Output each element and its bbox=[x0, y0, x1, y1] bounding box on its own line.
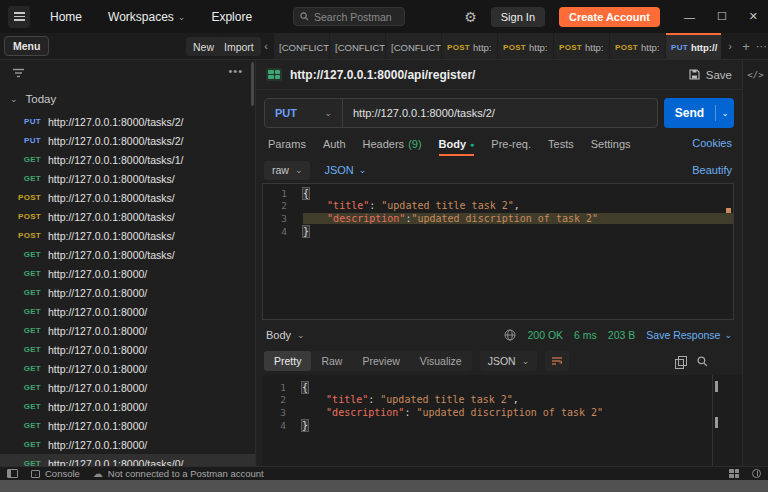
history-group-today[interactable]: ⌄ Today bbox=[0, 90, 56, 108]
request-tab[interactable]: POSThttp: bbox=[610, 33, 665, 59]
status-code[interactable]: 200 OK bbox=[527, 329, 563, 341]
add-tab-icon[interactable]: + bbox=[738, 33, 754, 59]
response-format-dropdown[interactable]: JSON ⌄ bbox=[480, 351, 538, 371]
response-body-viewer[interactable]: 1{2 "title": "updated title task 2",3 "d… bbox=[262, 375, 742, 466]
wrap-lines-button[interactable] bbox=[545, 351, 569, 371]
history-item[interactable]: GEThttp://127.0.0.1:8000/tasks/ bbox=[0, 169, 255, 188]
trash-icon[interactable] bbox=[752, 469, 761, 478]
minimize-icon[interactable]: — bbox=[684, 11, 695, 23]
request-tab[interactable]: POSThttp: bbox=[498, 33, 553, 59]
nav-explore[interactable]: Explore bbox=[211, 10, 252, 24]
copy-icon[interactable] bbox=[675, 356, 685, 367]
nav-home[interactable]: Home bbox=[50, 10, 82, 24]
scroll-tabs-right-icon[interactable]: › bbox=[722, 33, 738, 59]
view-pretty[interactable]: Pretty bbox=[264, 351, 311, 371]
response-format-value: JSON bbox=[488, 355, 516, 367]
code-line[interactable]: 1{ bbox=[263, 187, 733, 200]
history-item[interactable]: GEThttp://127.0.0.1:8000/ bbox=[0, 378, 255, 397]
history-item[interactable]: PUThttp://127.0.0.1:8000/tasks/2/ bbox=[0, 112, 255, 131]
view-raw[interactable]: Raw bbox=[311, 351, 352, 371]
request-tab[interactable]: [CONFLICT bbox=[330, 33, 385, 59]
search-response-icon[interactable] bbox=[697, 356, 708, 367]
sidebar-scrollbar[interactable] bbox=[251, 62, 254, 106]
history-item[interactable]: GEThttp://127.0.0.1:8000/ bbox=[0, 435, 255, 454]
history-item[interactable]: GEThttp://127.0.0.1:8000/ bbox=[0, 340, 255, 359]
nav-workspaces[interactable]: Workspaces bbox=[108, 10, 174, 24]
history-item[interactable]: GEThttp://127.0.0.1:8000/tasks/ bbox=[0, 245, 255, 264]
modified-dot-icon: ● bbox=[470, 141, 474, 148]
scroll-tabs-left-icon[interactable]: ‹ bbox=[258, 33, 274, 59]
sign-in-button[interactable]: Sign In bbox=[491, 7, 545, 27]
response-time[interactable]: 6 ms bbox=[574, 329, 597, 341]
history-item[interactable]: GEThttp://127.0.0.1:8000/tasks/0/ bbox=[0, 454, 255, 466]
tab-tests[interactable]: Tests bbox=[548, 132, 574, 156]
request-tab[interactable]: [CONFLICT bbox=[274, 33, 329, 59]
history-item[interactable]: GEThttp://127.0.0.1:8000/ bbox=[0, 264, 255, 283]
toggle-sidebar-icon[interactable] bbox=[7, 469, 18, 478]
request-tab[interactable]: POSThttp: bbox=[442, 33, 497, 59]
history-item[interactable]: GEThttp://127.0.0.1:8000/ bbox=[0, 283, 255, 302]
history-item[interactable]: GEThttp://127.0.0.1:8000/ bbox=[0, 321, 255, 340]
filter-icon[interactable] bbox=[12, 68, 25, 79]
request-body-editor[interactable]: 1{2 "title": "updated title task 2",3 "d… bbox=[262, 183, 734, 320]
history-item[interactable]: POSThttp://127.0.0.1:8000/tasks/ bbox=[0, 226, 255, 245]
history-item[interactable]: PUThttp://127.0.0.1:8000/tasks/2/ bbox=[0, 131, 255, 150]
response-header: Body ⌄ 200 OK 6 ms 203 B Save Response ⌄ bbox=[256, 322, 742, 348]
new-button[interactable]: New bbox=[186, 37, 221, 56]
cookies-link[interactable]: Cookies bbox=[692, 137, 732, 149]
search-input[interactable] bbox=[314, 11, 394, 23]
create-account-button[interactable]: Create Account bbox=[559, 7, 660, 27]
console-button[interactable]: › Console bbox=[31, 468, 80, 479]
request-tab[interactable]: [CONFLICT bbox=[386, 33, 441, 59]
url-input[interactable]: http://127.0.0.1:8000/tasks/2/ bbox=[343, 107, 657, 119]
headers-count-badge: (9) bbox=[408, 138, 421, 150]
send-button[interactable]: Send ⌄ bbox=[664, 98, 734, 128]
body-format-dropdown[interactable]: JSON ⌄ bbox=[324, 164, 366, 176]
code-line[interactable]: 4} bbox=[262, 419, 742, 432]
request-tab[interactable]: PUThttp:// bbox=[666, 33, 721, 59]
history-item[interactable]: POSThttp://127.0.0.1:8000/tasks/ bbox=[0, 188, 255, 207]
view-preview[interactable]: Preview bbox=[352, 351, 409, 371]
code-line[interactable]: 1{ bbox=[262, 381, 742, 394]
close-icon[interactable]: ✕ bbox=[749, 10, 758, 23]
request-tab[interactable]: POSThttp: bbox=[554, 33, 609, 59]
tab-auth[interactable]: Auth bbox=[323, 132, 346, 156]
runner-icon[interactable] bbox=[729, 469, 739, 478]
view-visualize[interactable]: Visualize bbox=[410, 351, 472, 371]
code-line[interactable]: 2 "title": "updated title task 2", bbox=[263, 200, 733, 213]
history-item[interactable]: GEThttp://127.0.0.1:8000/tasks/1/ bbox=[0, 150, 255, 169]
history-item[interactable]: GEThttp://127.0.0.1:8000/ bbox=[0, 397, 255, 416]
code-line[interactable]: 3 "description": "updated discription of… bbox=[262, 406, 742, 419]
gear-icon[interactable]: ⚙ bbox=[464, 10, 477, 24]
history-item[interactable]: GEThttp://127.0.0.1:8000/ bbox=[0, 359, 255, 378]
beautify-link[interactable]: Beautify bbox=[692, 164, 732, 176]
tab-body[interactable]: Body ● bbox=[439, 132, 475, 156]
search-box[interactable] bbox=[293, 7, 405, 26]
globe-icon[interactable] bbox=[504, 329, 516, 341]
tab-headers[interactable]: Headers (9) bbox=[363, 132, 422, 156]
tab-params[interactable]: Params bbox=[268, 132, 306, 156]
maximize-icon[interactable]: ☐ bbox=[717, 10, 727, 23]
tab-settings[interactable]: Settings bbox=[591, 132, 631, 156]
history-item[interactable]: GEThttp://127.0.0.1:8000/ bbox=[0, 416, 255, 435]
method-dropdown[interactable]: PUT ⌄ bbox=[265, 99, 343, 127]
tab-prereq[interactable]: Pre-req. bbox=[491, 132, 531, 156]
tab-options-icon[interactable]: ⋯ bbox=[754, 33, 768, 59]
response-body-dropdown[interactable]: Body ⌄ bbox=[266, 329, 305, 341]
save-response-button[interactable]: Save Response ⌄ bbox=[646, 329, 732, 341]
sidebar-more-icon[interactable]: ••• bbox=[228, 65, 243, 77]
history-item[interactable]: POSThttp://127.0.0.1:8000/tasks/ bbox=[0, 207, 255, 226]
code-line[interactable]: 4} bbox=[263, 225, 733, 238]
response-size[interactable]: 203 B bbox=[608, 329, 635, 341]
code-line[interactable]: 2 "title": "updated title task 2", bbox=[262, 394, 742, 407]
import-button[interactable]: Import bbox=[217, 37, 261, 56]
code-line[interactable]: 3 "description":"updated discription of … bbox=[263, 212, 733, 225]
history-method-badge: GET bbox=[0, 307, 48, 316]
menu-button[interactable]: Menu bbox=[4, 36, 49, 56]
save-button[interactable]: Save bbox=[689, 69, 732, 81]
body-type-dropdown[interactable]: raw ⌄ bbox=[264, 161, 310, 180]
hamburger-menu-icon[interactable] bbox=[8, 6, 30, 28]
code-snippet-icon[interactable]: </> bbox=[746, 70, 766, 80]
history-item[interactable]: GEThttp://127.0.0.1:8000/ bbox=[0, 302, 255, 321]
history-method-badge: POST bbox=[0, 212, 48, 221]
